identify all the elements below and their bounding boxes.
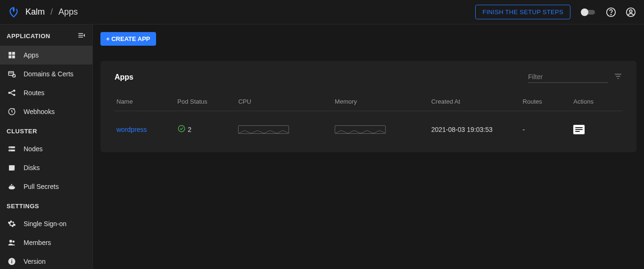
sidebar-section-label: APPLICATION [7,33,50,40]
col-pod-status: Pod Status [175,93,236,111]
sidebar-item-routes[interactable]: Routes [0,83,92,102]
created-at-value: 2021-08-03 19:03:53 [431,126,493,133]
filter-input[interactable] [528,71,608,83]
svg-point-5 [629,9,632,12]
cpu-sparkline [238,125,289,134]
filter-wrap [528,71,622,83]
sidebar-item-pull-secrets[interactable]: Pull Secrets [0,177,92,196]
sidebar-section-label: CLUSTER [7,128,37,135]
sidebar-item-label: Single Sign-on [24,220,66,228]
breadcrumb-separator: / [50,7,53,17]
sidebar-section-label: SETTINGS [7,203,39,210]
pull-secrets-icon [7,181,17,192]
routes-icon [7,88,17,98]
sidebar-item-sso[interactable]: Single Sign-on [0,214,92,233]
topbar-icons [580,7,636,18]
routes-value: - [523,126,525,133]
col-cpu: CPU [236,93,333,111]
sidebar-item-domains[interactable]: Domains & Certs [0,65,92,83]
sidebar-section-cluster: CLUSTER [0,121,92,139]
col-actions: Actions [571,93,622,111]
svg-rect-29 [11,261,12,263]
svg-rect-23 [11,186,12,187]
svg-point-27 [13,241,15,243]
card-title: Apps [115,73,133,82]
svg-rect-6 [8,52,11,55]
col-name: Name [115,93,175,111]
domains-icon [7,69,17,79]
sidebar: APPLICATION Apps Domains & Certs Routes [0,24,93,269]
sidebar-item-webhooks[interactable]: Webhooks [0,102,92,121]
info-icon [7,256,17,267]
col-memory: Memory [333,93,429,111]
sidebar-item-label: Version [24,258,46,265]
svg-rect-7 [12,52,15,55]
finish-setup-button[interactable]: FINISH THE SETUP STEPS [475,5,570,19]
breadcrumb-current[interactable]: Apps [58,7,78,17]
sidebar-item-label: Apps [24,51,39,59]
webhooks-icon [7,106,17,117]
apps-table: Name Pod Status CPU Memory Created At Ro… [115,93,622,139]
gear-icon [7,219,17,229]
svg-point-1 [581,8,588,16]
svg-point-30 [11,260,12,261]
apps-card: Apps Name Pod Status CPU Memory [100,61,636,152]
col-routes: Routes [521,93,572,111]
sidebar-item-label: Disks [24,164,40,171]
table-row: wordpress 2 [115,111,622,139]
table-header-row: Name Pod Status CPU Memory Created At Ro… [115,93,622,111]
pod-count: 2 [188,126,191,133]
brand-name[interactable]: Kalm [25,7,45,17]
svg-point-12 [8,92,10,94]
topbar: Kalm / Apps FINISH THE SETUP STEPS [0,0,644,24]
memory-sparkline [335,125,386,134]
svg-point-18 [10,147,11,148]
sidebar-item-label: Members [24,239,51,246]
sidebar-section-settings: SETTINGS [0,196,92,214]
disks-icon [7,163,17,173]
apps-icon [7,50,17,60]
svg-rect-8 [8,56,11,58]
sidebar-item-label: Nodes [24,145,42,153]
create-app-button[interactable]: + CREATE APP [100,32,156,46]
sidebar-item-label: Pull Secrets [24,183,59,190]
card-header: Apps [115,71,622,83]
sidebar-collapse-icon[interactable] [77,31,86,41]
svg-rect-22 [10,186,11,187]
svg-rect-24 [13,186,14,187]
members-icon [7,237,17,248]
theme-toggle[interactable] [580,8,597,17]
sidebar-section-application: APPLICATION [0,24,92,46]
svg-rect-16 [8,147,15,148]
sidebar-item-disks[interactable]: Disks [0,158,92,177]
kalm-logo-icon [8,6,20,18]
sidebar-item-version[interactable]: Version [0,252,92,269]
col-created-at: Created At [429,93,521,111]
svg-point-13 [14,90,15,91]
svg-point-3 [611,14,611,15]
svg-rect-17 [8,150,15,152]
filter-icon[interactable] [614,72,622,82]
sidebar-item-label: Routes [24,89,44,97]
svg-rect-25 [11,184,12,185]
pod-status: 2 [177,124,234,134]
sidebar-item-label: Domains & Certs [24,70,74,78]
svg-point-26 [9,240,12,243]
details-button[interactable] [573,125,585,134]
main-content: + CREATE APP Apps Name Pod Status C [93,24,644,269]
svg-rect-9 [12,56,15,58]
svg-point-31 [178,125,185,132]
svg-point-21 [14,170,15,171]
nodes-icon [7,144,17,154]
svg-point-14 [14,94,15,96]
sidebar-item-label: Webhooks [24,108,55,115]
svg-point-19 [10,150,11,151]
sidebar-item-apps[interactable]: Apps [0,46,92,65]
sidebar-item-nodes[interactable]: Nodes [0,139,92,158]
sidebar-item-members[interactable]: Members [0,233,92,252]
account-icon[interactable] [625,7,636,18]
app-name-link[interactable]: wordpress [116,126,147,133]
check-circle-icon [177,124,186,134]
help-icon[interactable] [605,7,617,18]
